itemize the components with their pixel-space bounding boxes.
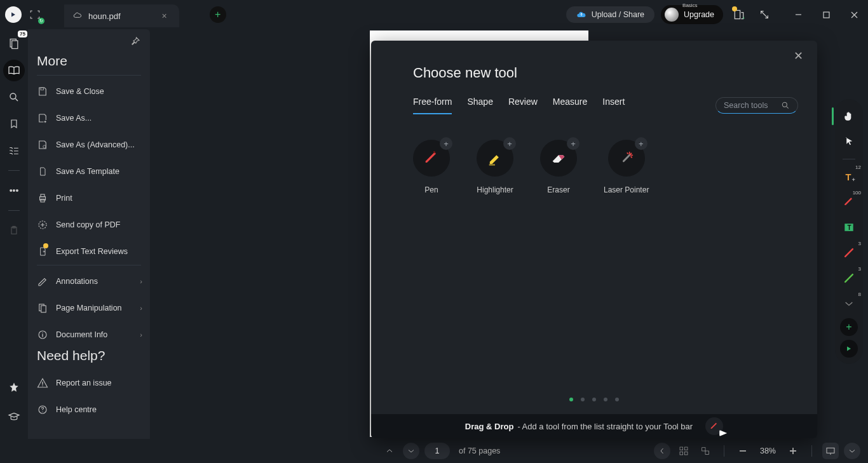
tab-measure[interactable]: Measure [553, 97, 587, 114]
svg-rect-30 [705, 451, 709, 454]
page-down-button[interactable] [403, 443, 419, 459]
page-number-input[interactable]: 1 [424, 443, 450, 459]
review-list-icon[interactable] [3, 140, 25, 161]
upgrade-label: Upgrade [684, 10, 714, 19]
page-count-badge: 75 [18, 30, 27, 37]
tool-search[interactable] [715, 97, 798, 114]
svg-rect-26 [684, 447, 688, 450]
favorites-star-icon[interactable] [3, 377, 25, 398]
more-tools-chevron-icon[interactable]: 8 [838, 293, 860, 314]
modal-tabs: Free-form Shape Review Measure Insert [413, 97, 625, 114]
learn-cap-icon[interactable] [3, 406, 25, 427]
menu-save-as-advanced[interactable]: Save As (Advanced)... [28, 131, 150, 158]
menu-label: Save As (Advanced)... [56, 140, 135, 149]
tab-close-icon[interactable]: × [159, 10, 170, 22]
help-section-title: Need help? [28, 348, 150, 370]
menu-save-as-template[interactable]: Save As Template [28, 158, 150, 185]
more-menu-icon[interactable]: ••• [3, 180, 25, 201]
prev-arrow-button[interactable] [654, 443, 670, 459]
dnd-pen-icon [705, 417, 723, 435]
menu-page-manipulation[interactable]: Page Manipulation › [28, 295, 150, 321]
green-line-icon[interactable]: 3 [838, 267, 860, 289]
window-minimize-button[interactable] [784, 6, 812, 23]
pan-hand-icon[interactable] [838, 105, 860, 127]
svg-text:T: T [846, 172, 851, 182]
search-icon [781, 101, 790, 110]
grid-view-icon[interactable] [675, 443, 692, 459]
right-toolbar: 12 T+ 100 T 3 3 8 + [835, 99, 863, 364]
pen-tool-icon[interactable]: 100 [838, 191, 860, 213]
zoom-out-button[interactable] [735, 443, 751, 459]
menu-print[interactable]: Print [28, 185, 150, 211]
tool-highlighter[interactable]: + Highlighter [477, 140, 513, 194]
tab-review[interactable]: Review [508, 97, 538, 114]
select-pointer-icon[interactable] [838, 131, 860, 152]
app-logo-icon[interactable] [5, 6, 22, 23]
menu-label: Page Manipulation [56, 304, 122, 312]
more-section-title: More [28, 50, 150, 75]
tab-free-form[interactable]: Free-form [413, 97, 452, 114]
book-icon[interactable] [3, 60, 25, 81]
menu-export-text-reviews[interactable]: Export Text Reviews [28, 238, 150, 265]
clipboard-icon[interactable] [3, 220, 25, 241]
pagination-dots[interactable] [371, 398, 817, 414]
chevron-right-icon: › [140, 331, 142, 339]
add-tool-icon[interactable]: + [567, 137, 580, 150]
svg-text:T: T [848, 224, 851, 231]
pages-icon[interactable]: 75 [3, 33, 25, 55]
menu-report-issue[interactable]: Report an issue [28, 370, 150, 396]
bookmark-icon[interactable] [3, 113, 25, 135]
pages-manip-icon [37, 302, 48, 314]
menu-send-copy[interactable]: Send copy of PDF [28, 211, 150, 238]
tool-pen[interactable]: + Pen [413, 140, 450, 194]
menu-save-as[interactable]: Save As... [28, 105, 150, 131]
document-tab[interactable]: houn.pdf × [64, 4, 179, 27]
tool-search-input[interactable] [724, 101, 781, 110]
svg-point-18 [782, 102, 787, 107]
new-tab-button[interactable]: + [210, 6, 226, 23]
fullscreen-icon[interactable] [755, 5, 774, 24]
upload-share-button[interactable]: Upload / Share [566, 6, 654, 23]
modal-close-button[interactable]: ✕ [790, 48, 806, 64]
dnd-desc: - Add a tool from the list straight to y… [517, 422, 693, 431]
capture-icon[interactable]: ↻ [27, 6, 43, 23]
add-tool-icon[interactable]: + [635, 137, 648, 150]
svg-rect-11 [41, 194, 44, 197]
footer-chevron-icon[interactable] [844, 443, 860, 459]
menu-save-close[interactable]: Save & Close [28, 78, 150, 105]
pin-icon[interactable] [130, 36, 141, 47]
chevron-right-icon: › [140, 304, 142, 312]
menu-annotations[interactable]: Annotations › [28, 268, 150, 295]
menu-label: Print [56, 194, 72, 203]
sidebar-new-icon[interactable]: + [729, 5, 749, 24]
svg-rect-31 [827, 448, 834, 453]
add-tool-icon[interactable]: + [503, 137, 516, 150]
tool-eraser[interactable]: + Eraser [540, 140, 577, 194]
dnd-title: Drag & Drop [465, 422, 514, 431]
add-tool-button[interactable]: + [840, 318, 858, 336]
print-icon [37, 192, 48, 204]
text-t-icon[interactable]: 12 T+ [838, 166, 860, 187]
zoom-level[interactable]: 38% [760, 446, 776, 455]
tab-insert[interactable]: Insert [602, 97, 625, 114]
presentation-icon[interactable] [822, 443, 839, 459]
menu-help-centre[interactable]: Help centre [28, 396, 150, 423]
menu-label: Save & Close [56, 87, 104, 96]
tab-shape[interactable]: Shape [467, 97, 492, 114]
add-tool-icon[interactable]: + [440, 137, 452, 150]
tool-laser-pointer[interactable]: + Laser Pointer [604, 140, 649, 194]
search-icon[interactable] [3, 86, 25, 108]
menu-document-info[interactable]: Document Info › [28, 321, 150, 348]
zoom-in-button[interactable] [785, 443, 801, 459]
reload-dot-icon: ↻ [38, 18, 44, 24]
fit-page-icon[interactable] [697, 443, 714, 459]
window-maximize-button[interactable] [812, 6, 840, 23]
text-box-icon[interactable]: T [838, 217, 860, 238]
red-line-icon[interactable]: 3 [838, 242, 860, 264]
page-up-button[interactable] [381, 443, 398, 459]
brand-logo-icon[interactable] [840, 340, 858, 358]
chevron-right-icon: › [140, 278, 142, 285]
upgrade-button[interactable]: Basics Upgrade [661, 5, 723, 24]
window-close-button[interactable] [840, 6, 868, 23]
svg-point-9 [43, 145, 46, 149]
